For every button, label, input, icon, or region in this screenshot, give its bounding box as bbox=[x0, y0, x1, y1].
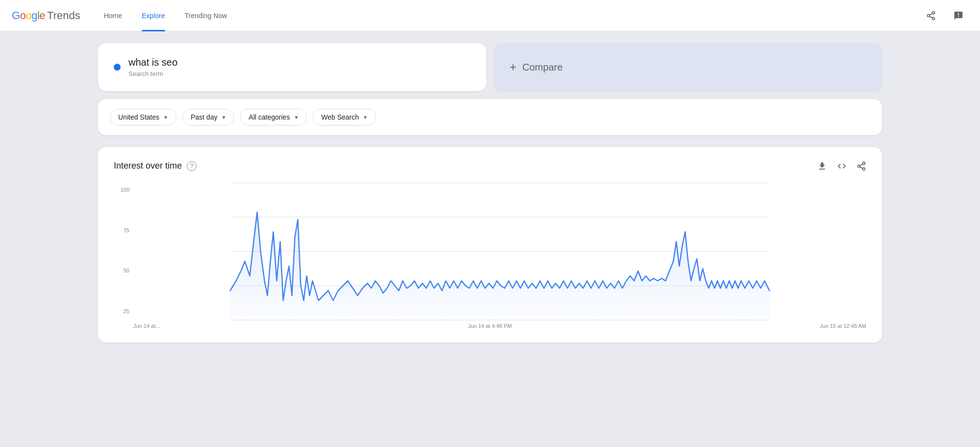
y-label-75: 75 bbox=[114, 227, 133, 233]
chart-container: 100 75 50 25 bbox=[114, 183, 866, 329]
chart-actions bbox=[817, 161, 866, 171]
search-term-text: what is seo bbox=[128, 57, 177, 68]
search-info: what is seo Search term bbox=[128, 57, 177, 77]
nav-item-explore[interactable]: Explore bbox=[134, 0, 173, 31]
x-label-mid: Jun 14 at 4:48 PM bbox=[468, 323, 512, 329]
download-icon bbox=[817, 161, 827, 171]
chart-header: Interest over time ? bbox=[114, 161, 866, 171]
trend-line-chart bbox=[133, 183, 866, 320]
embed-icon bbox=[837, 161, 847, 171]
main-content: what is seo Search term + Compare United… bbox=[0, 31, 980, 447]
header-actions bbox=[921, 6, 968, 25]
search-type-filter[interactable]: Web Search ▼ bbox=[313, 109, 376, 125]
chart-share-button[interactable] bbox=[856, 161, 866, 171]
region-filter[interactable]: United States ▼ bbox=[110, 109, 176, 125]
region-filter-label: United States bbox=[118, 113, 159, 121]
help-icon[interactable]: ? bbox=[187, 161, 197, 171]
category-filter-label: All categories bbox=[249, 113, 290, 121]
x-label-end: Jun 15 at 12:48 AM bbox=[820, 323, 866, 329]
y-label-100: 100 bbox=[114, 187, 133, 193]
header: Google Trends Home Explore Trending Now bbox=[0, 0, 980, 31]
search-row: what is seo Search term + Compare bbox=[98, 43, 882, 91]
filter-row: United States ▼ Past day ▼ All categorie… bbox=[98, 99, 882, 135]
svg-line-4 bbox=[930, 13, 932, 15]
chart-share-icon bbox=[856, 161, 866, 171]
feedback-button[interactable] bbox=[949, 6, 968, 25]
svg-line-3 bbox=[930, 16, 932, 18]
search-type-filter-label: Web Search bbox=[321, 113, 359, 121]
share-icon bbox=[926, 11, 936, 21]
region-chevron-icon: ▼ bbox=[163, 115, 168, 120]
x-label-start: Jun 14 at... bbox=[133, 323, 160, 329]
embed-button[interactable] bbox=[837, 161, 847, 171]
trends-logo-text: Trends bbox=[47, 9, 80, 22]
chart-title-row: Interest over time ? bbox=[114, 161, 197, 171]
compare-card[interactable]: + Compare bbox=[494, 43, 882, 91]
time-filter[interactable]: Past day ▼ bbox=[182, 109, 234, 125]
feedback-icon bbox=[954, 11, 963, 21]
search-term-card: what is seo Search term bbox=[98, 43, 486, 91]
compare-plus-icon: + bbox=[510, 60, 517, 74]
svg-marker-15 bbox=[230, 212, 770, 320]
share-button[interactable] bbox=[921, 6, 941, 25]
search-type-text: Search term bbox=[128, 70, 177, 77]
svg-line-8 bbox=[860, 167, 863, 168]
nav-item-home[interactable]: Home bbox=[96, 0, 130, 31]
category-filter[interactable]: All categories ▼ bbox=[240, 109, 307, 125]
google-logo: Google bbox=[12, 9, 45, 22]
search-dot bbox=[114, 64, 121, 71]
y-label-50: 50 bbox=[114, 268, 133, 273]
interest-over-time-card: Interest over time ? bbox=[98, 147, 882, 343]
chart-title: Interest over time bbox=[114, 161, 182, 171]
svg-line-9 bbox=[860, 164, 863, 165]
y-label-25: 25 bbox=[114, 308, 133, 314]
nav-item-trending-now[interactable]: Trending Now bbox=[177, 0, 235, 31]
search-type-chevron-icon: ▼ bbox=[363, 115, 368, 120]
main-nav: Home Explore Trending Now bbox=[96, 0, 921, 31]
compare-label-text: Compare bbox=[523, 62, 563, 73]
download-button[interactable] bbox=[817, 161, 827, 171]
time-chevron-icon: ▼ bbox=[221, 115, 226, 120]
logo-area: Google Trends bbox=[12, 9, 80, 22]
time-filter-label: Past day bbox=[191, 113, 217, 121]
category-chevron-icon: ▼ bbox=[294, 115, 299, 120]
